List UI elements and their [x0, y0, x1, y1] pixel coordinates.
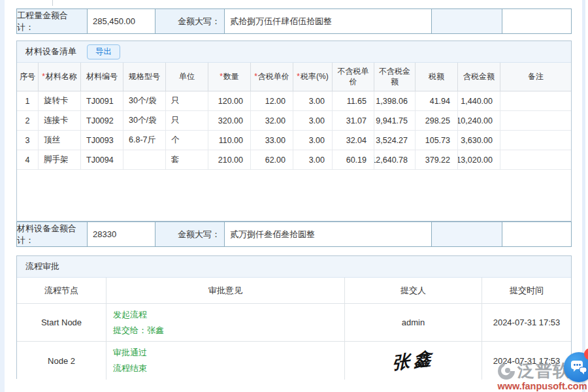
summary-empty-cell: [432, 222, 502, 246]
cell-amount-with-tax: 3,630.00: [458, 131, 500, 150]
cell-no: 3: [17, 131, 39, 150]
column-header-approval-opinion: 审批意见: [106, 278, 345, 303]
required-asterisk: *: [42, 72, 45, 82]
cell-unit: 个: [166, 131, 208, 150]
cell-spec-model: 6.8-7斤: [123, 131, 166, 150]
flow-node-name: Start Node: [17, 304, 106, 341]
cell-quantity: 120.00: [208, 91, 251, 110]
cell-material-name: 旋转卡: [39, 91, 81, 110]
chat-bubbles-icon: [570, 359, 587, 375]
column-header-submitter: 提交人: [345, 278, 482, 303]
cell-material-code: TJ0091: [81, 91, 123, 110]
cell-amount-with-tax: 13,020.00: [458, 150, 500, 169]
material-section-title: 材料设备清单: [25, 46, 76, 57]
right-margin-strip: [582, 0, 585, 392]
summary-empty-cell: [432, 9, 502, 33]
cell-price-without-tax: 32.04: [333, 131, 374, 150]
submit-time: 2024-07-31 17:53: [482, 342, 571, 380]
material-amount-total-value: 28330: [88, 222, 155, 246]
vendor-url-text: www.fanpusoft.com: [497, 381, 588, 391]
amount-in-words-label: 金额大写：: [155, 222, 225, 246]
cell-tax-amount: 41.94: [416, 91, 458, 110]
cell-price-with-tax: 32.00: [251, 111, 293, 130]
cell-price-with-tax: 33.00: [251, 131, 293, 150]
cell-no: 1: [17, 91, 39, 110]
flow-node-name: Node 2: [17, 342, 106, 380]
opinion-line: 提交给：张鑫: [113, 325, 164, 336]
cell-price-without-tax: 60.19: [333, 150, 374, 169]
cell-note: [500, 111, 571, 130]
cell-material-code: TJ0094: [81, 150, 123, 169]
cell-amount-with-tax: 1,440.00: [458, 91, 500, 110]
cell-no: 4: [17, 150, 39, 169]
submit-time: 2024-07-31 17:53: [482, 304, 571, 341]
approval-section-title: 流程审批: [25, 261, 59, 272]
previous-table-remnant: [52, 0, 53, 6]
handwritten-signature: 张鑫: [391, 346, 434, 375]
cell-material-code: TJ0092: [81, 111, 123, 130]
amount-in-words-value: 贰万捌仟叁佰叁拾圆整: [225, 222, 432, 246]
left-margin-strip: [0, 0, 5, 392]
column-header-flow-node: 流程节点: [17, 278, 106, 303]
project-amount-summary-row: 工程量金额合计： 285,450.00 金额大写： 贰拾捌万伍仟肆佰伍拾圆整: [16, 8, 572, 34]
material-table-row: 4 脚手架 TJ0094 套 210.00 62.00 3.00 60.19 1…: [17, 150, 571, 170]
summary-empty-cell: [502, 222, 571, 246]
export-button[interactable]: 导出: [87, 44, 120, 59]
summary-empty-cell: [502, 9, 571, 33]
cell-price-without-tax: 31.07: [333, 111, 374, 130]
column-header-spec-model: 规格型号: [123, 63, 166, 91]
material-table-header-row: 序号 *材料名称 材料编号 规格型号 单位 *数量 *含税单价 *税率(%) 不…: [17, 63, 571, 91]
cell-quantity: 210.00: [208, 150, 251, 169]
cell-price-with-tax: 12.00: [251, 91, 293, 110]
column-header-material-name: *材料名称: [39, 63, 81, 91]
cell-unit: 只: [166, 91, 208, 110]
cell-tax-rate: 3.00: [293, 150, 333, 169]
material-table-row: 1 旋转卡 TJ0091 30个/袋 只 120.00 12.00 3.00 1…: [17, 91, 571, 111]
column-header-price-with-tax: *含税单价: [251, 63, 293, 91]
cell-price-with-tax: 62.00: [251, 150, 293, 169]
cell-amount-without-tax: 1,398.06: [374, 91, 416, 110]
amount-in-words-value: 贰拾捌万伍仟肆佰伍拾圆整: [225, 9, 432, 33]
cell-material-name: 脚手架: [39, 150, 81, 169]
column-header-no: 序号: [17, 63, 39, 91]
cell-spec-model: [123, 150, 166, 169]
cell-tax-rate: 3.00: [293, 91, 333, 110]
opinion-line: 流程结束: [113, 363, 147, 374]
cell-quantity: 320.00: [208, 111, 251, 130]
column-header-unit: 单位: [166, 63, 208, 91]
column-header-amount-without-tax: 不含税金额: [374, 63, 416, 91]
cell-spec-model: 30个/袋: [123, 111, 166, 130]
cell-amount-with-tax: 10,240.00: [458, 111, 500, 130]
cell-amount-without-tax: 12,640.78: [374, 150, 416, 169]
cell-unit: 只: [166, 111, 208, 130]
column-header-tax-rate: *税率(%): [293, 63, 333, 91]
material-section-header: 材料设备清单 导出: [17, 41, 571, 63]
amount-in-words-label: 金额大写：: [155, 9, 225, 33]
opinion-line: 审批通过: [113, 347, 147, 359]
opinion-line: 发起流程: [113, 309, 147, 321]
column-header-tax-amount: 税额: [416, 63, 458, 91]
required-asterisk: *: [254, 72, 257, 82]
project-amount-total-value: 285,450.00: [88, 9, 155, 33]
cell-unit: 套: [166, 150, 208, 169]
page: 工程量金额合计： 285,450.00 金额大写： 贰拾捌万伍仟肆佰伍拾圆整 材…: [0, 0, 588, 392]
cell-amount-without-tax: 9,941.75: [374, 111, 416, 130]
column-header-amount-with-tax: 含税金额: [458, 63, 500, 91]
cell-note: [500, 91, 571, 110]
submitter-name: admin: [345, 304, 482, 341]
cell-note: [500, 131, 571, 150]
cell-note: [500, 150, 571, 169]
approval-section: 流程审批 流程节点 审批意见 提交人 提交时间 Start Node 发起流程 …: [16, 255, 572, 379]
submitter-signature: 张鑫: [345, 342, 482, 380]
required-asterisk: *: [220, 72, 223, 82]
cell-tax-rate: 3.00: [293, 131, 333, 150]
cell-price-without-tax: 11.65: [333, 91, 374, 110]
material-amount-total-label: 材料设备金额合计：: [17, 222, 88, 246]
approval-table-header-row: 流程节点 审批意见 提交人 提交时间: [17, 278, 571, 304]
approval-opinion: 审批通过 流程结束: [106, 342, 345, 380]
column-header-quantity: *数量: [208, 63, 251, 91]
column-header-price-without-tax: 不含税单价: [333, 63, 374, 91]
cell-material-name: 顶丝: [39, 131, 81, 150]
required-asterisk: *: [297, 72, 300, 82]
cell-amount-without-tax: 3,524.27: [374, 131, 416, 150]
